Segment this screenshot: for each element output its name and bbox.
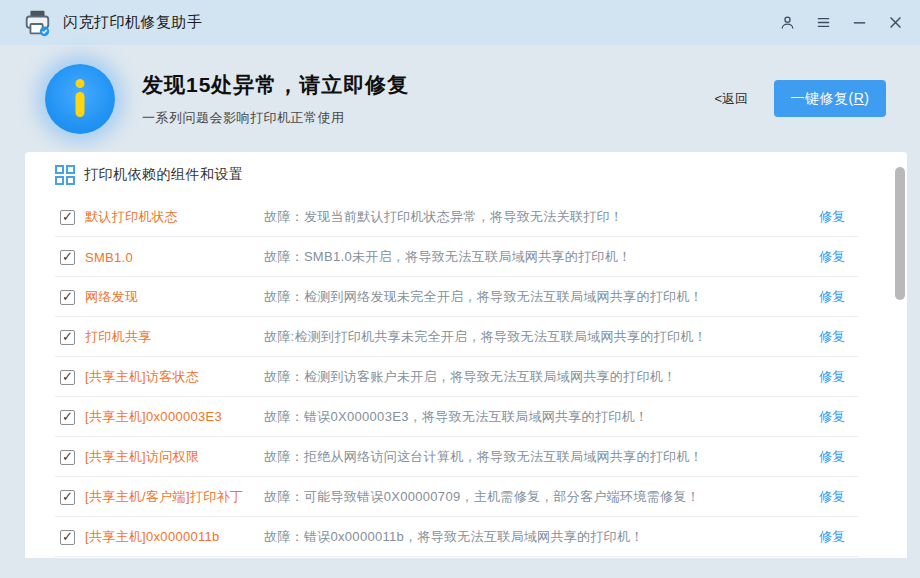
close-icon[interactable]	[886, 14, 904, 32]
issue-row: 默认打印机状态 故障：发现当前默认打印机状态异常，将导致无法关联打印！ 修复	[25, 197, 907, 237]
fix-link[interactable]: 修复	[819, 408, 845, 426]
issue-fault: 故障：可能导致错误0X00000709，主机需修复，部分客户端环境需修复！	[264, 488, 811, 506]
info-icon-dot	[76, 79, 85, 88]
issue-name: [共享主机/客户端]打印补丁	[85, 488, 264, 506]
issue-fault: 故障：检测到网络发现未完全开启，将导致无法互联局域网共享的打印机！	[264, 288, 811, 306]
fix-link[interactable]: 修复	[819, 488, 845, 506]
issue-fault: 故障:检测到打印机共享未完全开启，将导致无法互联局域网共享的打印机！	[264, 328, 811, 346]
repair-button-label-suffix: )	[864, 90, 869, 106]
issue-row: [共享主机]访问权限 故障：拒绝从网络访问这台计算机，将导致无法互联局域网共享的…	[25, 437, 907, 477]
account-icon[interactable]	[778, 14, 796, 32]
fix-link[interactable]: 修复	[819, 248, 845, 266]
repair-button-hotkey: R	[854, 90, 865, 106]
info-icon-bar	[76, 92, 85, 117]
repair-button-label: 一键修复(	[791, 90, 854, 106]
one-click-repair-button[interactable]: 一键修复(R)	[774, 80, 886, 117]
components-grid-icon	[55, 165, 75, 185]
app-title: 闪克打印机修复助手	[63, 13, 203, 32]
issue-name: [共享主机]访问权限	[85, 448, 264, 466]
issue-name: 默认打印机状态	[85, 208, 264, 226]
issue-name: [共享主机]0x0000011b	[85, 528, 264, 546]
section-header: 打印机依赖的组件和设置	[25, 152, 907, 197]
scrollbar-thumb[interactable]	[895, 167, 905, 300]
issue-checkbox[interactable]	[60, 290, 75, 305]
info-icon	[45, 64, 115, 134]
issue-fault: 故障：错误0x0000011b，将导致无法互联局域网共享的打印机！	[264, 528, 811, 546]
issue-fault: 故障：发现当前默认打印机状态异常，将导致无法关联打印！	[264, 208, 811, 226]
issue-name: [共享主机]0x000003E3	[85, 408, 264, 426]
issue-fault: 故障：错误0X000003E3，将导致无法互联局域网共享的打印机！	[264, 408, 811, 426]
scan-result-title: 发现15处异常，请立即修复	[142, 71, 409, 99]
issue-row: SMB1.0 故障：SMB1.0未开启，将导致无法互联局域网共享的打印机！ 修复	[25, 237, 907, 277]
issue-checkbox[interactable]	[60, 330, 75, 345]
fix-link[interactable]: 修复	[819, 288, 845, 306]
scrollbar-track[interactable]	[895, 160, 905, 552]
header-text: 发现15处异常，请立即修复 一系列问题会影响打印机正常使用	[142, 71, 409, 127]
minimize-icon[interactable]	[850, 14, 868, 32]
issue-fault: 故障：检测到访客账户未开启，将导致无法互联局域网共享的打印机！	[264, 368, 811, 386]
issue-name: [共享主机]访客状态	[85, 368, 264, 386]
issue-name: SMB1.0	[85, 250, 264, 265]
issue-checkbox[interactable]	[60, 530, 75, 545]
printer-app-icon	[22, 8, 52, 38]
issue-row: [共享主机]0x0000011b 故障：错误0x0000011b，将导致无法互联…	[25, 517, 907, 557]
issue-row: [共享主机/客户端]打印补丁 故障：可能导致错误0X00000709，主机需修复…	[25, 477, 907, 517]
issue-name: 网络发现	[85, 288, 264, 306]
issue-row: 网络发现 故障：检测到网络发现未完全开启，将导致无法互联局域网共享的打印机！ 修…	[25, 277, 907, 317]
issue-row: [共享主机]0x000003E3 故障：错误0X000003E3，将导致无法互联…	[25, 397, 907, 437]
section-title: 打印机依赖的组件和设置	[84, 166, 244, 184]
fix-link[interactable]: 修复	[819, 328, 845, 346]
issues-panel: 打印机依赖的组件和设置 默认打印机状态 故障：发现当前默认打印机状态异常，将导致…	[25, 152, 907, 558]
issue-checkbox[interactable]	[60, 370, 75, 385]
scan-result-header: 发现15处异常，请立即修复 一系列问题会影响打印机正常使用 <返回 一键修复(R…	[0, 45, 920, 152]
menu-icon[interactable]	[814, 14, 832, 32]
titlebar-actions	[778, 14, 904, 32]
issue-row: [共享主机]访客状态 故障：检测到访客账户未开启，将导致无法互联局域网共享的打印…	[25, 357, 907, 397]
issue-checkbox[interactable]	[60, 250, 75, 265]
issue-fault: 故障：拒绝从网络访问这台计算机，将导致无法互联局域网共享的打印机！	[264, 448, 811, 466]
issue-checkbox[interactable]	[60, 490, 75, 505]
issue-fault: 故障：SMB1.0未开启，将导致无法互联局域网共享的打印机！	[264, 248, 811, 266]
issue-checkbox[interactable]	[60, 450, 75, 465]
fix-link[interactable]: 修复	[819, 528, 845, 546]
fix-link[interactable]: 修复	[819, 368, 845, 386]
back-link[interactable]: <返回	[714, 90, 748, 108]
fix-link[interactable]: 修复	[819, 208, 845, 226]
issue-row: 打印机共享 故障:检测到打印机共享未完全开启，将导致无法互联局域网共享的打印机！…	[25, 317, 907, 357]
issue-list: 默认打印机状态 故障：发现当前默认打印机状态异常，将导致无法关联打印！ 修复 S…	[25, 197, 907, 557]
scan-result-subtitle: 一系列问题会影响打印机正常使用	[142, 109, 409, 127]
issue-checkbox[interactable]	[60, 410, 75, 425]
issue-name: 打印机共享	[85, 328, 264, 346]
issue-checkbox[interactable]	[60, 210, 75, 225]
fix-link[interactable]: 修复	[819, 448, 845, 466]
titlebar: 闪克打印机修复助手	[0, 0, 920, 45]
